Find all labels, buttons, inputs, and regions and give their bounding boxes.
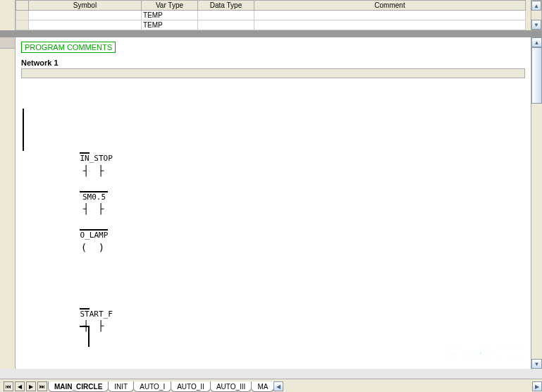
scroll-down-icon[interactable]: ▼: [531, 359, 542, 369]
tab-main-circle[interactable]: MAIN_CIRCLE: [48, 381, 109, 392]
vscroll-main[interactable]: ▲ ▼: [531, 37, 542, 369]
program-editor[interactable]: PROGRAM COMMENTS Network 1 IN_STOP┤ ├ SM…: [16, 37, 531, 369]
row-header: [16, 1, 29, 11]
program-comments-label: PROGRAM COMMENTS: [21, 42, 116, 53]
tab-nav-first-icon[interactable]: ⏮: [4, 381, 13, 391]
tab-auto-2[interactable]: AUTO_II: [171, 381, 211, 392]
tab-auto-1[interactable]: AUTO_I: [133, 381, 171, 392]
var-table-header-row: Symbol Var Type Data Type Comment: [16, 1, 526, 11]
tab-nav-prev-icon[interactable]: ◀: [15, 381, 25, 391]
var-row[interactable]: TEMP: [16, 20, 526, 30]
variable-table-panel: Symbol Var Type Data Type Comment TEMP T…: [0, 0, 542, 32]
coil-o-lamp[interactable]: O_LAMP( ): [80, 231, 108, 253]
gutter: [0, 0, 16, 30]
variable-table: Symbol Var Type Data Type Comment TEMP T…: [16, 0, 531, 30]
network-comment-band[interactable]: [21, 68, 525, 78]
scroll-up-icon[interactable]: ▲: [531, 37, 542, 47]
left-gutter: [0, 37, 16, 369]
tab-nav-last-icon[interactable]: ⏭: [37, 381, 47, 391]
gutter-mark: [0, 37, 15, 49]
vscroll-var[interactable]: ▲ ▼: [531, 0, 542, 30]
contact-in-stop[interactable]: IN_STOP┤ ├: [80, 154, 108, 176]
col-comment[interactable]: Comment: [254, 1, 526, 11]
tab-init[interactable]: INIT: [108, 381, 134, 392]
contact-sm05[interactable]: SM0.5┤ ├: [80, 192, 108, 215]
scroll-thumb[interactable]: [531, 47, 542, 104]
var-row[interactable]: TEMP: [16, 11, 526, 20]
tab-auto-3[interactable]: AUTO_III: [210, 381, 252, 392]
scroll-left-icon[interactable]: ◀: [273, 381, 283, 391]
scroll-down-icon[interactable]: ▼: [531, 20, 541, 30]
bottom-bar: ⏮ ◀ ▶ ⏭ MAIN_CIRCLE INIT AUTO_I AUTO_II …: [0, 379, 542, 392]
tab-ma[interactable]: MA: [251, 381, 274, 392]
tab-strip: ⏮ ◀ ▶ ⏭ MAIN_CIRCLE INIT AUTO_I AUTO_II …: [0, 379, 542, 392]
ladder-network-1[interactable]: IN_STOP┤ ├ SM0.5┤ ├ O_LAMP( ) START_F┤ ├: [21, 84, 525, 369]
scroll-up-icon[interactable]: ▲: [531, 1, 541, 11]
tab-nav-next-icon[interactable]: ▶: [26, 381, 36, 391]
col-datatype[interactable]: Data Type: [198, 1, 254, 11]
col-vartype[interactable]: Var Type: [142, 1, 198, 11]
watermark: 自动秒链接: [444, 343, 525, 364]
hscroll-track[interactable]: [283, 381, 532, 392]
col-symbol[interactable]: Symbol: [29, 1, 142, 11]
splitter[interactable]: [0, 32, 542, 37]
scroll-right-icon[interactable]: ▶: [532, 381, 542, 391]
network-title[interactable]: Network 1: [21, 59, 525, 67]
